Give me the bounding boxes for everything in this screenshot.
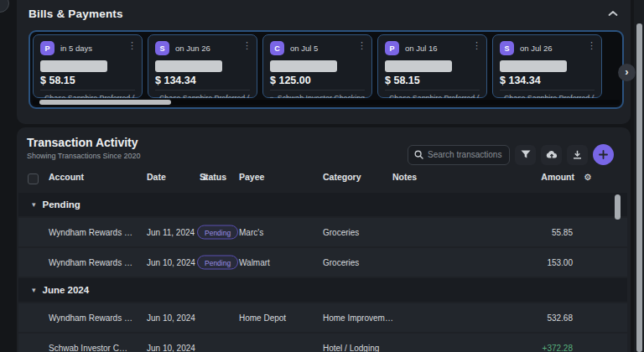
filter-icon (521, 150, 531, 159)
bill-card-header: S on Jun 26 (155, 41, 250, 55)
bill-card-header: S on Jul 26 (500, 41, 595, 55)
cell-account: Wyndham Rewards … (49, 258, 132, 267)
cell-account: Wyndham Rewards … (49, 313, 132, 323)
cell-payee: Walmart (239, 258, 270, 267)
payee-avatar: C (270, 41, 284, 55)
column-amount[interactable]: Amount (486, 172, 574, 182)
bill-amount: $ 125.00 (270, 75, 365, 86)
payee-avatar: P (385, 41, 399, 55)
cell-payee: Home Depot (239, 313, 286, 323)
search-icon (414, 150, 423, 159)
cell-date: Jun 10, 2024 (147, 344, 195, 352)
cell-status: Pending (197, 256, 238, 270)
select-all-checkbox[interactable] (28, 173, 39, 184)
bill-card[interactable]: P in 5 days ⋮ $ 58.15 Chase Sapphire Pre… (33, 34, 143, 98)
payee-avatar: S (500, 41, 514, 55)
upload-button[interactable] (541, 145, 562, 165)
column-notes[interactable]: Notes (392, 172, 417, 182)
download-button[interactable] (567, 145, 588, 165)
cell-account: Schwab Investor C… (49, 344, 127, 352)
credit-card-icon (270, 95, 273, 99)
bill-account-line: Chase Sapphire Preferred (Lisa) (385, 90, 480, 98)
page-scrollbar-thumb[interactable] (636, 23, 642, 352)
column-account[interactable]: Account (49, 172, 84, 182)
transaction-activity-title: Transaction Activity (27, 136, 138, 149)
due-date-label: on Jul 5 (290, 44, 318, 53)
table-settings-gear-icon[interactable]: ⚙ (584, 172, 591, 182)
transaction-row[interactable]: Schwab Investor C… Jun 10, 2024 Hotel / … (18, 334, 627, 352)
due-date-label: in 5 days (60, 44, 92, 53)
bill-account-name: Chase Sapphire Preferred (Lisa) (504, 94, 595, 98)
bill-amount: $ 134.34 (155, 75, 250, 86)
card-menu-icon[interactable]: ⋮ (472, 41, 481, 50)
bill-account-name: Schwab Investor Checking (278, 94, 365, 98)
bill-account-line: Chase Sapphire Preferred (Lisa) (500, 90, 595, 98)
plus-icon (599, 150, 608, 159)
cell-amount: 532.68 (547, 313, 573, 323)
payee-avatar: P (40, 41, 55, 55)
caret-down-icon: ▾ (32, 200, 36, 209)
bill-amount: $ 134.34 (500, 75, 595, 86)
chevron-up-icon (608, 10, 618, 17)
bill-account-line: Chase Sapphire Preferred (Lisa) (40, 90, 135, 98)
redacted-payee-name (270, 60, 337, 72)
cell-amount: 153.00 (547, 258, 573, 267)
sort-descending-icon: ↓ (201, 172, 209, 182)
table-scrollbar-thumb[interactable] (615, 194, 621, 220)
bill-account-line: Chase Sapphire Preferred (Lisa) (155, 90, 250, 98)
pending-status-badge: Pending (197, 256, 238, 270)
cell-amount: +372.28 (543, 344, 573, 352)
add-transaction-button[interactable] (593, 144, 614, 165)
card-menu-icon[interactable]: ⋮ (587, 41, 596, 50)
redacted-payee-name (500, 60, 567, 72)
transaction-row[interactable]: Wyndham Rewards … Jun 10, 2024 Pending W… (18, 248, 627, 277)
app-background: { "bills": { "title": "Bills & Payments"… (0, 0, 644, 352)
cell-category: Groceries (323, 228, 359, 237)
due-date-label: on Jul 26 (520, 44, 553, 53)
corner-widget-button[interactable] (0, 0, 9, 13)
cards-scrollbar-thumb[interactable] (39, 100, 171, 105)
transaction-row[interactable]: Wyndham Rewards … Jun 11, 2024 Pending M… (18, 218, 627, 246)
card-menu-icon[interactable]: ⋮ (242, 41, 252, 50)
cards-horizontal-scrollbar[interactable] (33, 100, 620, 105)
transaction-row[interactable]: Wyndham Rewards … Jun 10, 2024 Home Depo… (18, 303, 627, 332)
cell-status: Pending (197, 225, 238, 240)
group-header-pending[interactable]: ▾ Pending (18, 193, 627, 216)
bill-card[interactable]: S on Jun 26 ⋮ $ 134.34 Chase Sapphire Pr… (148, 34, 257, 98)
table-column-header: Account Date Status↓ Payee Category Note… (17, 172, 631, 192)
column-date[interactable]: Date (147, 172, 166, 182)
redacted-payee-name (385, 60, 452, 72)
bills-card-scroller: P in 5 days ⋮ $ 58.15 Chase Sapphire Pre… (29, 30, 624, 109)
search-box[interactable] (408, 145, 510, 165)
group-header-june-2024[interactable]: ▾ June 2024 (18, 278, 627, 302)
filter-button[interactable] (515, 145, 536, 165)
bill-amount: $ 58.15 (385, 75, 480, 86)
bills-payments-panel: Bills & Payments P in 5 days ⋮ $ 58.15 C… (17, 0, 631, 124)
bill-card[interactable]: S on Jul 26 ⋮ $ 134.34 Chase Sapphire Pr… (492, 34, 602, 98)
transactions-table-body: ▾ Pending Wyndham Rewards … Jun 11, 2024… (18, 193, 627, 352)
bill-card-header: P in 5 days (40, 41, 135, 55)
collapse-section-button[interactable] (607, 8, 619, 18)
transactions-toolbar (408, 144, 614, 165)
cell-date: Jun 10, 2024 (147, 258, 195, 267)
cell-category: Hotel / Lodging (323, 344, 379, 352)
card-menu-icon[interactable]: ⋮ (127, 41, 137, 50)
bill-card[interactable]: P on Jul 16 ⋮ $ 58.15 Chase Sapphire Pre… (377, 34, 487, 98)
pending-status-badge: Pending (197, 225, 238, 240)
bill-card[interactable]: C on Jul 5 ⋮ $ 125.00 Schwab Investor Ch… (262, 34, 372, 98)
bills-card-row: P in 5 days ⋮ $ 58.15 Chase Sapphire Pre… (33, 34, 620, 98)
search-input[interactable] (428, 150, 503, 159)
bill-account-name: Chase Sapphire Preferred (Lisa) (159, 94, 250, 98)
cell-account: Wyndham Rewards … (49, 228, 132, 237)
card-menu-icon[interactable]: ⋮ (357, 41, 366, 50)
cell-category: Home Improvem… (323, 313, 393, 323)
payee-avatar: S (155, 41, 169, 55)
due-date-label: on Jul 16 (405, 44, 438, 53)
bill-card-header: C on Jul 5 (270, 41, 365, 55)
download-icon (573, 150, 582, 159)
transaction-activity-panel: Transaction Activity Showing Transaction… (17, 127, 631, 352)
column-payee[interactable]: Payee (239, 172, 264, 182)
column-category[interactable]: Category (323, 172, 361, 182)
cloud-upload-icon (546, 150, 558, 159)
next-cards-button[interactable]: › (618, 64, 636, 81)
